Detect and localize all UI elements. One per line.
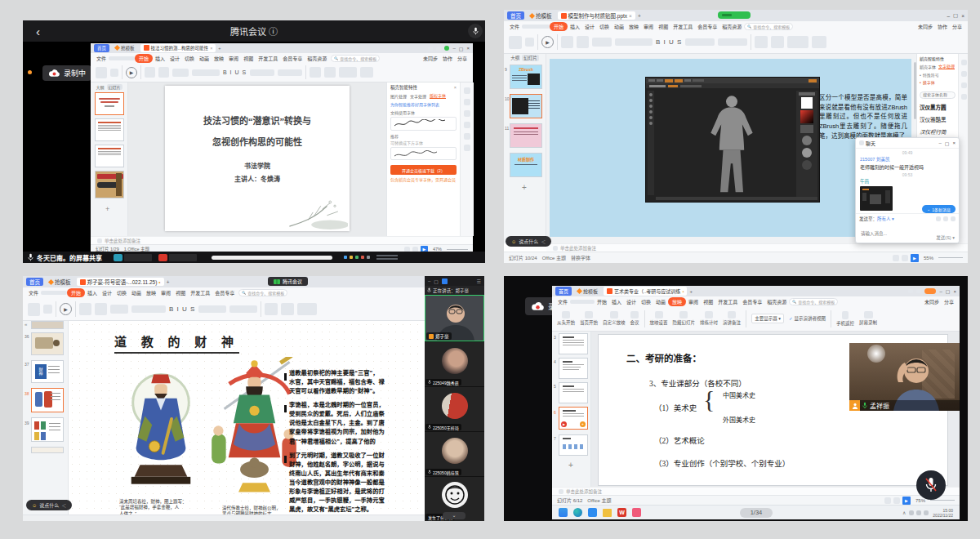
quick-chat-pill[interactable]: ☺ 说点什么 ＜ xyxy=(26,500,72,510)
ribbon-tab[interactable]: 设计 xyxy=(582,23,597,30)
ribbon-tab[interactable]: 插入 xyxy=(568,23,582,30)
panel-item[interactable]: 特殊符号 xyxy=(923,72,939,78)
maximize-icon[interactable]: ▢ xyxy=(945,140,950,146)
slide-thumbnail-with-meeting-overlay[interactable] xyxy=(95,171,124,198)
slide-thumbnail-selected[interactable]: ▶ + xyxy=(559,407,588,430)
slide-thumbnail[interactable] xyxy=(559,358,588,379)
presenter-video-tile[interactable]: 孟祥振 xyxy=(849,343,960,411)
ribbon-tab[interactable]: 开发工具 xyxy=(670,23,695,30)
minimize-icon[interactable]: – xyxy=(938,140,941,145)
ribbon-tab-start[interactable]: 开始 xyxy=(67,288,85,297)
ribbon-tab[interactable]: 视图 xyxy=(241,55,256,62)
add-slide-button[interactable]: + xyxy=(568,461,573,470)
notes-bar[interactable]: 单击此处添加备注 xyxy=(546,243,968,252)
share-button[interactable]: 分享 xyxy=(950,23,964,30)
ribbon-tab[interactable]: 放映 xyxy=(144,289,158,296)
ribbon-tab[interactable]: 审阅 xyxy=(686,298,701,305)
sync-status[interactable]: 未同步 xyxy=(922,298,942,305)
info-icon[interactable]: ⓘ xyxy=(269,27,278,37)
add-badge[interactable]: + xyxy=(580,421,586,427)
new-tab-button[interactable]: + xyxy=(218,46,220,51)
ribbon-tab[interactable]: 插入 xyxy=(609,298,624,305)
ribbon-tab[interactable]: 视图 xyxy=(701,298,715,305)
slideshow-button[interactable]: ▶ xyxy=(911,254,919,262)
replace-font-button[interactable]: 替换字体 xyxy=(571,254,590,261)
ribbon-tab[interactable]: 设计 xyxy=(624,298,639,305)
docer-tab-text[interactable]: 文字处理 xyxy=(410,93,426,99)
ribbon-tab[interactable]: 审阅 xyxy=(641,23,656,30)
send-button[interactable]: 发送(S) ▾ xyxy=(936,234,955,241)
meeting-floating-pill[interactable]: 腾讯会议 xyxy=(268,277,308,286)
ribbon-tab[interactable]: 稻壳资源 xyxy=(764,298,789,305)
tab-home[interactable]: 首页 xyxy=(94,44,109,51)
ribbon-tab[interactable]: 开发工具 xyxy=(188,289,212,296)
tab-document[interactable]: 技法习惯的潜...构思的可能性× xyxy=(140,44,216,51)
docer-tip-link[interactable]: 为你智能推荐好用字体列表 xyxy=(390,101,457,107)
meeting-share-pill[interactable] xyxy=(718,11,751,19)
video-tile-speaker[interactable]: 郑子豪 xyxy=(425,295,484,341)
minimize-icon[interactable]: – xyxy=(939,289,942,294)
sync-status[interactable]: 未同步 xyxy=(421,55,440,62)
slide-thumbnail-partial[interactable] xyxy=(31,321,64,329)
maximize-icon[interactable]: ▢ xyxy=(946,288,951,294)
zoom-slider[interactable] xyxy=(938,257,963,258)
user-avatar[interactable] xyxy=(444,46,449,51)
minimize-icon[interactable]: – xyxy=(947,13,950,19)
toolbar-button[interactable]: 隐藏幻灯片 xyxy=(673,311,696,326)
play-from-page-button[interactable]: ▶ xyxy=(126,67,137,78)
monitor-select[interactable]: 主要显示器 ▾ xyxy=(751,314,784,323)
ribbon-tab[interactable]: 切换 xyxy=(597,23,612,30)
play-from-page-button[interactable]: ▶ xyxy=(60,303,72,315)
toolbar-button[interactable]: 放映设置 xyxy=(650,311,668,326)
open-vip-download-button[interactable]: 开通会员极速下载（2） xyxy=(390,165,457,175)
folder-icon[interactable] xyxy=(603,509,612,517)
toolbar-button[interactable]: 当页开始 xyxy=(580,311,598,326)
slide-thumbnail[interactable] xyxy=(95,145,124,167)
ribbon-tab[interactable]: 设计 xyxy=(167,55,182,62)
wps-icon[interactable]: W xyxy=(617,508,626,517)
tab-docer[interactable]: 抢模板 xyxy=(46,278,74,287)
slide-thumbnail[interactable]: 财神 xyxy=(31,360,64,383)
taskbar-app-1[interactable] xyxy=(114,254,122,261)
ribbon-tab[interactable]: 放映 xyxy=(212,55,226,62)
chat-window[interactable]: 聊天 – ▢ × 09:49 215007 刘美凯 老师雕刻的时候一般开透视吗 … xyxy=(855,137,960,243)
ribbon-tab[interactable]: 动画 xyxy=(653,298,668,305)
presenter-view-checkbox[interactable]: ✓显示演讲者视图 xyxy=(789,315,826,322)
phone-remote-button[interactable]: 手机遥控 xyxy=(836,311,854,327)
taskbar-app-2[interactable] xyxy=(158,254,167,261)
share-button[interactable]: 分享 xyxy=(455,55,470,62)
toolbar-button[interactable]: 演讲备注 xyxy=(723,311,741,326)
ribbon-tab[interactable]: 视图 xyxy=(656,23,670,30)
slide-thumbnail-selected[interactable] xyxy=(510,94,542,118)
slide-thumbnail[interactable] xyxy=(95,118,124,141)
toolbar-button[interactable]: 会议 xyxy=(630,311,639,326)
tab-docer[interactable]: 抢模板 xyxy=(112,44,138,51)
slide-thumbnail[interactable] xyxy=(31,332,64,355)
ribbon-tab[interactable]: 稻壳资源 xyxy=(719,23,744,30)
ribbon-tab-start[interactable]: 开始 xyxy=(135,54,153,63)
menu-icon[interactable]: ☰ xyxy=(477,278,481,284)
video-tile[interactable]: 225050韩佳慧 xyxy=(425,432,484,477)
collapse-icon[interactable]: « xyxy=(24,322,27,327)
tab-document[interactable]: 艺术类专业（..考研与应试训练• xyxy=(604,287,687,295)
notes-bar[interactable]: 单击此处添加备注 xyxy=(552,487,960,495)
ribbon-tab[interactable]: 动画 xyxy=(129,289,144,296)
slide-thumbnail[interactable] xyxy=(510,123,542,148)
vip-user-pill[interactable] xyxy=(924,288,936,294)
docer-tab-image[interactable]: 图片处理 xyxy=(390,93,407,99)
ribbon-tab[interactable]: 动画 xyxy=(612,23,626,30)
zoom-level[interactable]: 75% xyxy=(915,498,925,503)
zoom-slider[interactable] xyxy=(447,249,468,250)
chat-image-attachment[interactable] xyxy=(860,186,893,211)
taskbar-search-pill[interactable] xyxy=(212,256,332,260)
ribbon-tab[interactable]: 会员专享 xyxy=(695,23,719,30)
search-box[interactable]: 🔍查找命令、搜索模板 xyxy=(789,298,838,305)
docer-tab-fonts[interactable]: 版权字体 xyxy=(430,92,446,99)
slide-thumbnail[interactable] xyxy=(31,417,64,442)
add-slide-button[interactable]: + xyxy=(105,205,109,213)
outline-tab[interactable]: 大纲 xyxy=(510,55,519,61)
video-tile[interactable]: 发生了什么啊 ⌄ xyxy=(425,477,484,521)
play-badge[interactable]: ▶ xyxy=(561,421,567,427)
screen-record-button[interactable]: 屏幕录制 xyxy=(859,311,877,326)
slide-thumbnail-partial[interactable] xyxy=(31,447,64,453)
